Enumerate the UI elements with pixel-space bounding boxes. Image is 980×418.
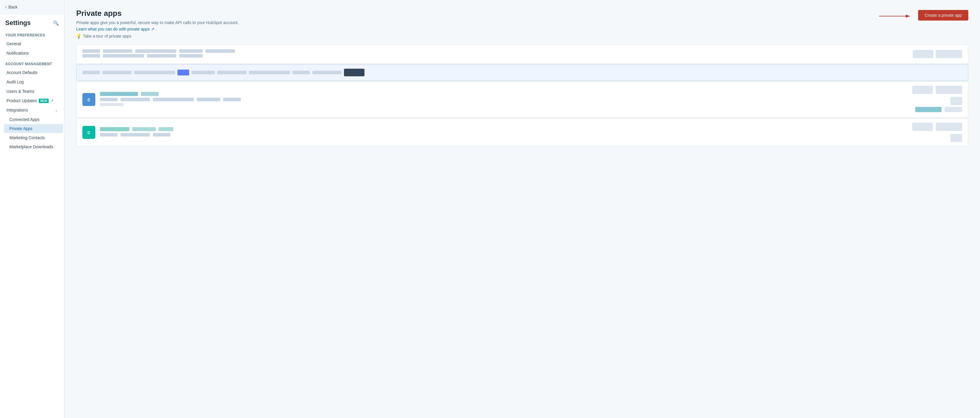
back-button[interactable]: ‹ Back	[0, 0, 64, 14]
action-col	[912, 86, 962, 113]
connected-apps-label: Connected Apps	[10, 117, 40, 122]
action-btn-blur	[913, 50, 933, 58]
learn-link[interactable]: Learn what you can do with private apps …	[76, 27, 156, 32]
action-btn-blur	[936, 50, 962, 58]
app-name-blur	[159, 127, 173, 131]
apps-list: c	[76, 44, 968, 147]
app-icon: c	[83, 93, 95, 106]
lightbulb-icon: 💡	[76, 34, 81, 38]
action-btn-blur	[936, 86, 962, 94]
app-desc-row	[100, 98, 908, 101]
app-info	[100, 127, 908, 138]
chevron-down-icon: ⌄	[55, 108, 58, 112]
sidebar-item-audit-log[interactable]: Audit Log	[1, 78, 63, 86]
product-updates-label: Product Updates	[6, 98, 37, 103]
blur-block	[100, 98, 118, 101]
blur-block	[121, 133, 150, 137]
blur-block	[100, 133, 118, 137]
blur-block	[945, 107, 962, 112]
blur-block	[223, 98, 241, 101]
learn-link-period: .	[156, 27, 157, 32]
blur-row	[912, 86, 962, 94]
sidebar-item-marketplace-downloads[interactable]: Marketplace Downloads	[4, 142, 63, 151]
blur-block	[217, 71, 247, 74]
blur-block	[121, 98, 150, 101]
blur-accent-block	[177, 70, 189, 75]
sidebar-item-account-defaults[interactable]: Account Defaults	[1, 68, 63, 77]
search-icon[interactable]: 🔍	[53, 20, 59, 26]
app-row-actions	[913, 50, 962, 58]
marketplace-downloads-label: Marketplace Downloads	[10, 144, 53, 149]
blur-block	[205, 49, 235, 53]
sidebar-item-private-apps[interactable]: Private Apps	[4, 124, 63, 133]
blur-block	[179, 54, 203, 57]
learn-link-icon: ↗	[151, 27, 154, 32]
app-desc-row	[100, 133, 908, 137]
blur-block	[83, 49, 100, 53]
app-name-blur	[141, 92, 159, 96]
app-icon-letter: c	[88, 129, 90, 136]
app-desc-row	[83, 54, 909, 57]
app-name-row	[100, 127, 908, 131]
app-info	[100, 92, 908, 107]
blur-block	[135, 49, 176, 53]
app-row[interactable]	[76, 44, 968, 64]
arrow-indicator	[877, 12, 913, 21]
action-btn-blur	[912, 123, 933, 131]
sidebar-item-notifications[interactable]: Notifications	[1, 49, 63, 57]
blur-block	[83, 54, 100, 57]
tour-link[interactable]: 💡 Take a tour of private apps	[76, 34, 239, 38]
create-private-app-button[interactable]: Create a private app	[918, 10, 968, 21]
page-intro: Private apps Private apps give you a pow…	[76, 9, 239, 38]
new-badge: NEW	[39, 99, 48, 103]
blur-block	[292, 71, 310, 74]
app-info	[83, 49, 909, 59]
app-row-highlighted[interactable]	[76, 64, 968, 81]
sidebar-item-connected-apps[interactable]: Connected Apps	[4, 115, 63, 124]
app-row-actions	[912, 123, 962, 142]
app-name-blur	[100, 92, 138, 96]
action-btn-blur	[950, 134, 962, 142]
app-icon: c	[83, 126, 95, 139]
blur-block	[197, 98, 220, 101]
blur-block	[179, 49, 203, 53]
sidebar: ‹ Back Settings 🔍 Your Preferences Gener…	[0, 0, 65, 418]
blur-block	[147, 54, 176, 57]
blur-row	[912, 123, 962, 131]
blur-block	[100, 103, 124, 106]
blur-block	[103, 49, 132, 53]
sidebar-item-general[interactable]: General	[1, 39, 63, 48]
action-btn-blur	[912, 86, 933, 94]
blur-block	[83, 71, 100, 74]
blur-block	[153, 133, 170, 137]
integrations-label: Integrations	[6, 108, 28, 112]
marketing-contacts-label: Marketing Contacts	[10, 135, 45, 140]
external-link-icon: ↗	[51, 99, 53, 103]
blur-block	[103, 54, 144, 57]
page-header: Private apps Private apps give you a pow…	[76, 9, 968, 38]
integrations-sub-items: Connected Apps Private Apps Marketing Co…	[0, 115, 64, 152]
audit-log-label: Audit Log	[6, 80, 24, 84]
back-chevron-icon: ‹	[5, 5, 7, 10]
sidebar-item-marketing-contacts[interactable]: Marketing Contacts	[4, 133, 63, 142]
blur-block	[153, 98, 194, 101]
section-account-management: Account Management	[0, 58, 64, 68]
blur-block	[249, 71, 290, 74]
app-row[interactable]: c	[76, 81, 968, 118]
page-title: Private apps	[76, 9, 239, 18]
sidebar-item-users-teams[interactable]: Users & Teams	[1, 87, 63, 96]
action-btn-blur	[950, 97, 962, 105]
account-defaults-label: Account Defaults	[6, 70, 38, 75]
private-apps-label: Private Apps	[10, 126, 33, 131]
blur-block	[312, 71, 342, 74]
app-row[interactable]: c	[76, 118, 968, 147]
sidebar-header: Settings 🔍	[0, 14, 64, 29]
users-teams-label: Users & Teams	[6, 89, 34, 94]
sidebar-item-integrations[interactable]: Integrations ⌄	[1, 106, 63, 115]
general-label: General	[6, 41, 21, 46]
section-your-preferences: Your Preferences	[0, 29, 64, 39]
blur-block	[102, 71, 132, 74]
tour-link-text: Take a tour of private apps	[83, 34, 131, 38]
action-col	[912, 123, 962, 142]
sidebar-item-product-updates[interactable]: Product Updates NEW ↗	[1, 96, 63, 105]
